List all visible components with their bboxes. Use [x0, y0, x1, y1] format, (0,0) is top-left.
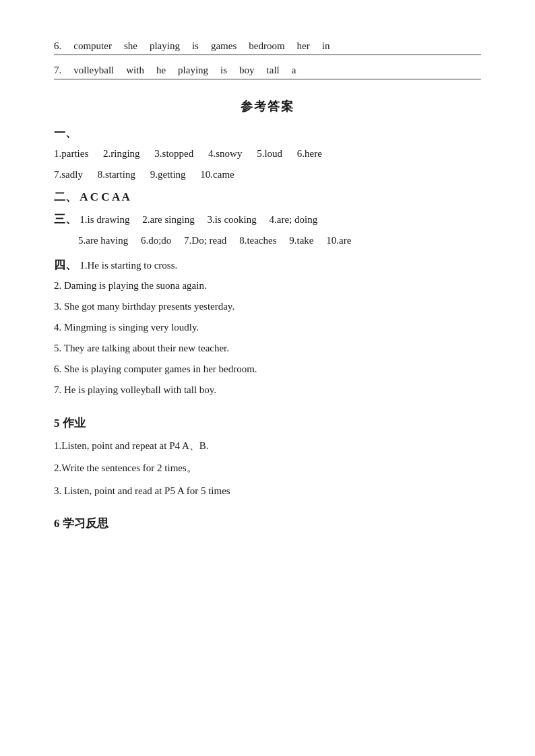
part-four-label: 四、 1.He is starting to cross.: [54, 257, 481, 273]
scramble-number-6: 6.: [54, 40, 61, 52]
part-three-row-1: 1.is drawing 2.are singing 3.is cooking …: [80, 214, 317, 225]
scramble-underline-6: [54, 55, 481, 55]
scramble-section: 6. computer she playing is games bedroom…: [54, 40, 481, 79]
scramble-underline-7: [54, 79, 481, 79]
part-four-item-2: 2. Daming is playing the suona again.: [54, 277, 481, 295]
scramble-word-6-8: in: [322, 40, 330, 52]
homework-item-1: 1.Listen, point and repeat at P4 A、B.: [54, 438, 481, 455]
scramble-word-7-6: boy: [239, 65, 255, 76]
part-one-item-3: 3.stopped: [154, 148, 193, 159]
part-one-label: 一、: [54, 125, 481, 141]
reflect-title: 6 学习反思: [54, 516, 481, 531]
scramble-item-6: 6. computer she playing is games bedroom…: [54, 40, 481, 55]
part-four-container: 四、 1.He is starting to cross. 2. Daming …: [54, 257, 481, 399]
scramble-word-6-7: her: [297, 40, 310, 52]
part-one-row-1: 1.parties 2.ringing 3.stopped 4.snowy 5.…: [54, 145, 481, 163]
scramble-line-7: 7. volleyball with he playing is boy tal…: [54, 65, 481, 76]
scramble-word-7-7: tall: [267, 65, 280, 76]
homework-item-2: 2.Write the sentences for 2 times。: [54, 460, 481, 477]
part-one-item-10: 10.came: [200, 169, 234, 180]
part-four-item-3: 3. She got many birthday presents yester…: [54, 298, 481, 316]
part-one-row-2: 7.sadly 8.starting 9.getting 10.came: [54, 166, 481, 184]
part-one-item-5: 5.loud: [257, 148, 282, 159]
scramble-line-6: 6. computer she playing is games bedroom…: [54, 40, 481, 52]
part-one-item-1: 1.parties: [54, 148, 88, 159]
part-one-item-6: 6.here: [297, 148, 322, 159]
homework-section: 5 作业 1.Listen, point and repeat at P4 A、…: [54, 415, 481, 500]
scramble-word-7-2: with: [126, 65, 144, 76]
part-two-content: A C C A A: [80, 191, 130, 203]
part-four-item-1: 1.He is starting to cross.: [80, 260, 177, 271]
homework-title: 5 作业: [54, 415, 481, 431]
scramble-word-7-8: a: [292, 65, 296, 76]
part-four-item-7: 7. He is playing volleyball with tall bo…: [54, 381, 481, 399]
part-two-label: 二、 A C C A A: [54, 189, 481, 205]
part-four-item-4: 4. Mingming is singing very loudly.: [54, 318, 481, 337]
scramble-word-6-5: games: [211, 40, 237, 52]
scramble-word-6-4: is: [192, 40, 199, 52]
part-one-item-2: 2.ringing: [103, 148, 140, 159]
scramble-word-7-3: he: [156, 65, 166, 76]
reference-title: 参考答案: [54, 98, 481, 114]
scramble-item-7: 7. volleyball with he playing is boy tal…: [54, 65, 481, 79]
scramble-word-7-5: is: [220, 65, 227, 76]
part-one-item-7: 7.sadly: [54, 169, 83, 180]
part-three-label: 三、 1.is drawing 2.are singing 3.is cooki…: [54, 211, 481, 227]
part-three-row-2: 5.are having 6.do;do 7.Do; read 8.teache…: [54, 231, 481, 250]
part-four-item-5: 5. They are talking about their new teac…: [54, 339, 481, 357]
scramble-word-6-6: bedroom: [249, 40, 284, 52]
part-one-item-8: 8.starting: [98, 169, 135, 180]
scramble-word-6-3: playing: [150, 40, 180, 52]
scramble-number-7: 7.: [54, 65, 61, 76]
scramble-word-7-4: playing: [178, 65, 208, 76]
part-four-item-6: 6. She is playing computer games in her …: [54, 360, 481, 378]
scramble-word-7-1: volleyball: [73, 65, 114, 76]
part-one-item-9: 9.getting: [150, 169, 186, 180]
scramble-word-6-1: computer: [73, 40, 112, 52]
homework-item-3: 3. Listen, point and read at P5 A for 5 …: [54, 483, 481, 500]
part-one-item-4: 4.snowy: [208, 148, 242, 159]
scramble-word-6-2: she: [124, 40, 137, 52]
